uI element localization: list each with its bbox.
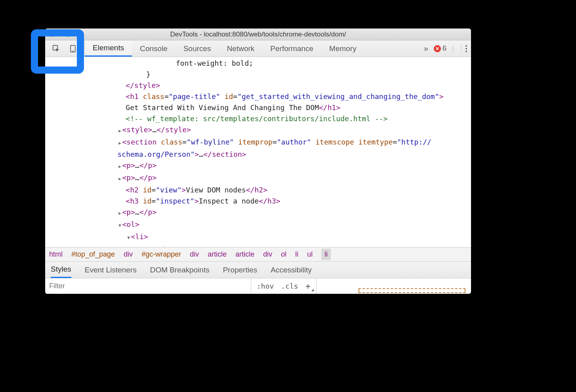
dom-node-section[interactable]: ▶<section class="wf-byline" itemprop="au… xyxy=(45,137,471,149)
minimize-window-button[interactable] xyxy=(57,32,63,37)
cls-toggle[interactable]: .cls xyxy=(281,282,298,290)
dom-node-style-close[interactable]: </style> xyxy=(45,80,471,91)
crumb-div[interactable]: div xyxy=(190,250,199,259)
dom-node-h3[interactable]: <h3 id="inspect">Inspect a node</h3> xyxy=(45,196,471,207)
dom-node-h2[interactable]: <h2 id="view">View DOM nodes</h2> xyxy=(45,185,471,196)
crumb-top-of-page[interactable]: #top_of_page xyxy=(71,250,115,259)
crumb-li-selected[interactable]: li xyxy=(321,249,331,260)
dom-node-partial[interactable]: ▶<n> </n> xyxy=(45,244,471,247)
crumb-article[interactable]: article xyxy=(235,250,254,259)
subtab-properties[interactable]: Properties xyxy=(223,262,257,278)
crumb-ol[interactable]: ol xyxy=(281,250,286,259)
styles-subtabs: Styles Event Listeners DOM Breakpoints P… xyxy=(45,261,471,278)
subtab-dom-breakpoints[interactable]: DOM Breakpoints xyxy=(150,262,210,278)
settings-menu-icon[interactable] xyxy=(461,44,467,53)
error-count[interactable]: ✕ 6 xyxy=(434,44,446,53)
main-toolbar: Elements Console Sources Network Perform… xyxy=(45,40,471,57)
tab-network[interactable]: Network xyxy=(219,40,263,57)
dom-text[interactable]: Get Started With Viewing And Changing Th… xyxy=(45,102,471,113)
dom-node-p[interactable]: ▶<p>…</p> xyxy=(45,160,471,172)
tab-performance[interactable]: Performance xyxy=(262,40,321,57)
tab-sources[interactable]: Sources xyxy=(175,40,219,57)
zoom-window-button[interactable] xyxy=(66,32,71,37)
crumb-article[interactable]: article xyxy=(208,250,227,259)
window-titlebar[interactable]: DevTools - localhost:8080/web/tools/chro… xyxy=(45,29,471,40)
crumb-gc-wrapper[interactable]: #gc-wrapper xyxy=(141,250,181,259)
close-window-button[interactable] xyxy=(49,32,54,37)
dom-text[interactable]: font-weight: bold; xyxy=(45,58,471,69)
dom-node-ol[interactable]: ▼<ol> xyxy=(45,219,471,231)
dom-node-section-cont[interactable]: schema.org/Person">…</section> xyxy=(45,149,471,160)
more-tabs-icon[interactable]: » xyxy=(424,44,428,53)
device-toolbar-icon[interactable] xyxy=(69,45,77,53)
window-title: DevTools - localhost:8080/web/tools/chro… xyxy=(170,30,346,38)
crumb-div[interactable]: div xyxy=(263,250,272,259)
dom-node-h1[interactable]: <h1 class="page-title" id="get_started_w… xyxy=(45,91,471,102)
crumb-html[interactable]: html xyxy=(49,250,63,259)
breadcrumb-trail: html #top_of_page div #gc-wrapper div ar… xyxy=(45,247,471,261)
styles-toolbar: :hov .cls +◢ xyxy=(45,278,471,294)
crumb-ul[interactable]: ul xyxy=(307,250,313,259)
tab-memory[interactable]: Memory xyxy=(321,40,364,57)
subtab-accessibility[interactable]: Accessibility xyxy=(271,262,311,278)
panel-tabs: Elements Console Sources Network Perform… xyxy=(85,40,364,57)
crumb-div[interactable]: div xyxy=(124,250,133,259)
dom-node-p[interactable]: ▶<p>…</p> xyxy=(45,172,471,185)
inspect-element-icon[interactable] xyxy=(52,45,60,53)
dom-node-li[interactable]: ▼<li> xyxy=(45,231,471,244)
element-style-placeholder[interactable] xyxy=(359,288,465,293)
subtab-styles[interactable]: Styles xyxy=(51,262,71,278)
styles-content-area xyxy=(317,278,471,294)
new-style-rule-button[interactable]: +◢ xyxy=(305,281,311,291)
error-icon: ✕ xyxy=(434,45,441,52)
dom-node-style[interactable]: ▶<style>…</style> xyxy=(45,124,471,137)
styles-filter-input[interactable] xyxy=(45,278,251,294)
tab-elements[interactable]: Elements xyxy=(85,40,132,57)
tab-console[interactable]: Console xyxy=(132,40,175,57)
dom-comment[interactable]: <!-- wf_template: src/templates/contribu… xyxy=(45,113,471,124)
crumb-li[interactable]: li xyxy=(295,250,298,259)
elements-dom-tree[interactable]: font-weight: bold; } </style> <h1 class=… xyxy=(45,57,471,247)
dom-node-p[interactable]: ▶<p>…</p> xyxy=(45,207,471,219)
dom-text[interactable]: } xyxy=(45,69,471,80)
traffic-lights xyxy=(49,32,71,37)
devtools-window: DevTools - localhost:8080/web/tools/chro… xyxy=(45,29,471,294)
hov-toggle[interactable]: :hov xyxy=(257,282,274,290)
subtab-event-listeners[interactable]: Event Listeners xyxy=(85,262,137,278)
